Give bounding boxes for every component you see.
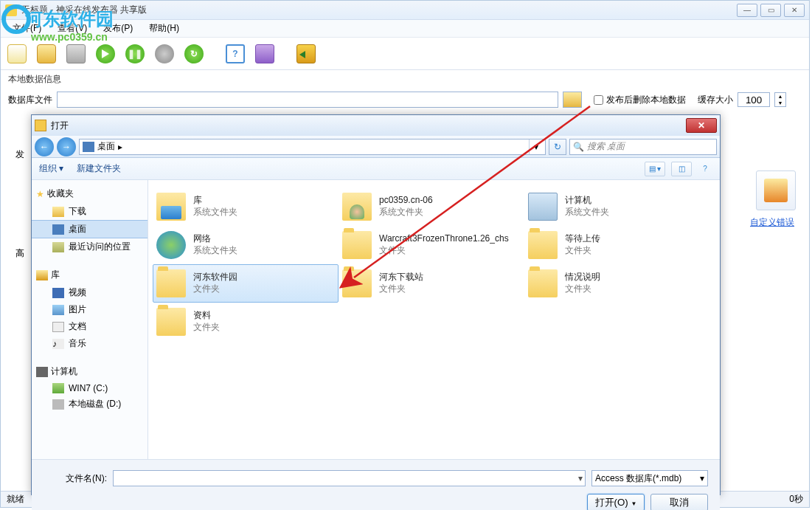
- file-item[interactable]: 河东下载站文件夹: [339, 264, 524, 303]
- file-name: 资料: [193, 310, 220, 322]
- cache-size-input[interactable]: [738, 92, 770, 107]
- search-icon: 🔍: [573, 142, 584, 152]
- file-type: 系统文件夹: [193, 207, 237, 218]
- sidebar-favorites[interactable]: ★收藏夹: [32, 185, 148, 203]
- watermark-url: www.pc0359.cn: [31, 31, 114, 43]
- menu-help[interactable]: 帮助(H): [142, 21, 187, 36]
- module-icon[interactable]: [756, 170, 796, 210]
- address-text: 桌面: [97, 140, 115, 153]
- comp-icon: [528, 193, 558, 221]
- nav-refresh-button[interactable]: ↻: [549, 139, 566, 155]
- file-item[interactable]: 资料文件夹: [153, 303, 339, 341]
- file-name: 河东软件园: [193, 272, 237, 283]
- file-name: 等待上传: [565, 233, 600, 245]
- cache-label: 缓存大小: [698, 94, 733, 106]
- file-type: 系统文件夹: [565, 207, 609, 218]
- help-button[interactable]: ?: [223, 42, 247, 66]
- open-confirm-button[interactable]: 打开(O) ▼: [587, 494, 645, 510]
- minimize-button[interactable]: —: [737, 4, 757, 17]
- help-icon[interactable]: ?: [698, 162, 712, 176]
- file-name: 网络: [193, 233, 237, 245]
- pause-button[interactable]: ❚❚: [123, 42, 147, 66]
- sidebar-item-recent[interactable]: 最近访问的位置: [32, 238, 148, 255]
- save-button[interactable]: [64, 42, 88, 66]
- sidebar-item-video[interactable]: 视频: [32, 284, 148, 301]
- file-item[interactable]: 网络系统文件夹: [153, 226, 339, 264]
- dialog-footer: 文件名(N): ▾ Access 数据库(*.mdb)▾ 打开(O) ▼ 取消: [32, 459, 720, 510]
- sidebar-item-music[interactable]: ♪音乐: [32, 335, 148, 352]
- file-item[interactable]: 河东软件园文件夹: [153, 264, 339, 303]
- new-button[interactable]: [5, 42, 29, 66]
- refresh-button[interactable]: ↻: [182, 42, 206, 66]
- open-button[interactable]: [35, 42, 58, 66]
- file-type: 文件夹: [565, 283, 600, 295]
- cancel-button[interactable]: 取消: [650, 494, 708, 510]
- sidebar-item-desktop[interactable]: 桌面: [32, 220, 148, 238]
- sidebar-item-drive-d[interactable]: 本地磁盘 (D:): [32, 396, 148, 413]
- settings-button[interactable]: [253, 42, 277, 66]
- search-input[interactable]: 🔍 搜索 桌面: [569, 139, 717, 155]
- folder-icon: [342, 269, 372, 297]
- row-label: 高: [15, 247, 24, 260]
- custom-error-link[interactable]: 自定义错误: [750, 216, 802, 229]
- toolbar: ❚❚ ↻ ?: [1, 38, 809, 70]
- close-button[interactable]: ✕: [784, 4, 805, 17]
- play-button[interactable]: [94, 42, 117, 66]
- file-type-select[interactable]: Access 数据库(*.mdb)▾: [591, 470, 708, 486]
- file-item[interactable]: 等待上传文件夹: [524, 226, 710, 264]
- window-title: 无标题 - 神采在线发布器 共享版: [21, 4, 737, 16]
- file-type: 系统文件夹: [193, 245, 237, 257]
- nav-back-button[interactable]: ←: [35, 137, 54, 156]
- db-path-input[interactable]: [57, 92, 558, 108]
- filename-input[interactable]: ▾: [113, 470, 586, 486]
- file-item[interactable]: 库系统文件夹: [153, 187, 339, 226]
- db-label: 数据库文件: [8, 94, 52, 106]
- dialog-nav: ← → 桌面 ▸ ▾ ↻ 🔍 搜索 桌面: [32, 136, 720, 158]
- desktop-icon: [83, 142, 94, 152]
- delete-checkbox-input[interactable]: [594, 95, 603, 105]
- file-type: 文件夹: [193, 322, 220, 334]
- watermark-logo-icon: [1, 4, 31, 34]
- stop-button[interactable]: [153, 42, 176, 66]
- dialog-title: 打开: [51, 120, 686, 132]
- file-item[interactable]: 计算机系统文件夹: [524, 187, 710, 226]
- cache-spin[interactable]: ▲▼: [774, 92, 786, 107]
- open-dialog: 打开 ✕ ← → 桌面 ▸ ▾ ↻ 🔍 搜索 桌面 组织 ▾ 新建文件夹 ▤ ▾…: [31, 114, 721, 495]
- folder-icon: [342, 231, 372, 259]
- exit-button[interactable]: [294, 42, 318, 66]
- sidebar-libraries[interactable]: 库: [32, 266, 148, 284]
- nav-forward-button[interactable]: →: [57, 137, 76, 156]
- delete-checkbox-label: 发布后删除本地数据: [606, 94, 686, 106]
- file-item[interactable]: 情况说明文件夹: [524, 264, 710, 303]
- file-name: 计算机: [565, 195, 609, 207]
- folder-icon: [156, 269, 186, 297]
- sidebar-item-drive-c[interactable]: WIN7 (C:): [32, 381, 148, 396]
- menubar: 文件(F) 查看(V) 发布(P) 帮助(H): [1, 20, 809, 38]
- dialog-close-button[interactable]: ✕: [686, 118, 717, 133]
- view-mode-button[interactable]: ▤ ▾: [645, 162, 665, 176]
- newfolder-button[interactable]: 新建文件夹: [77, 162, 121, 175]
- status-right: 0秒: [789, 493, 803, 506]
- dialog-toolbar: 组织 ▾ 新建文件夹 ▤ ▾ ◫ ?: [32, 158, 720, 180]
- file-area: 库系统文件夹pc0359.cn-06系统文件夹计算机系统文件夹网络系统文件夹Wa…: [148, 180, 720, 459]
- file-name: pc0359.cn-06: [379, 195, 433, 207]
- watermark-text: 河东软件园: [25, 7, 114, 31]
- delete-after-publish-checkbox[interactable]: 发布后删除本地数据: [594, 94, 686, 106]
- filename-label: 文件名(N):: [44, 472, 107, 485]
- folder-icon: [528, 269, 558, 297]
- sidebar-item-pictures[interactable]: 图片: [32, 301, 148, 318]
- file-item[interactable]: Warcraft3FrozenThrone1.26_chs文件夹: [339, 226, 524, 264]
- sidebar-computer[interactable]: 计算机: [32, 362, 148, 381]
- sidebar-item-documents[interactable]: 文档: [32, 318, 148, 335]
- maximize-button[interactable]: ▭: [760, 4, 781, 17]
- preview-pane-button[interactable]: ◫: [671, 162, 692, 176]
- browse-button[interactable]: [563, 92, 582, 108]
- organize-button[interactable]: 组织 ▾: [39, 162, 63, 175]
- file-name: 河东下载站: [379, 272, 423, 283]
- address-drop-icon[interactable]: ▾: [529, 139, 542, 154]
- file-type: 文件夹: [379, 245, 509, 257]
- sidebar-item-downloads[interactable]: 下载: [32, 203, 148, 220]
- file-name: 情况说明: [565, 272, 600, 283]
- address-bar[interactable]: 桌面 ▸ ▾: [79, 139, 546, 155]
- file-item[interactable]: pc0359.cn-06系统文件夹: [339, 187, 524, 226]
